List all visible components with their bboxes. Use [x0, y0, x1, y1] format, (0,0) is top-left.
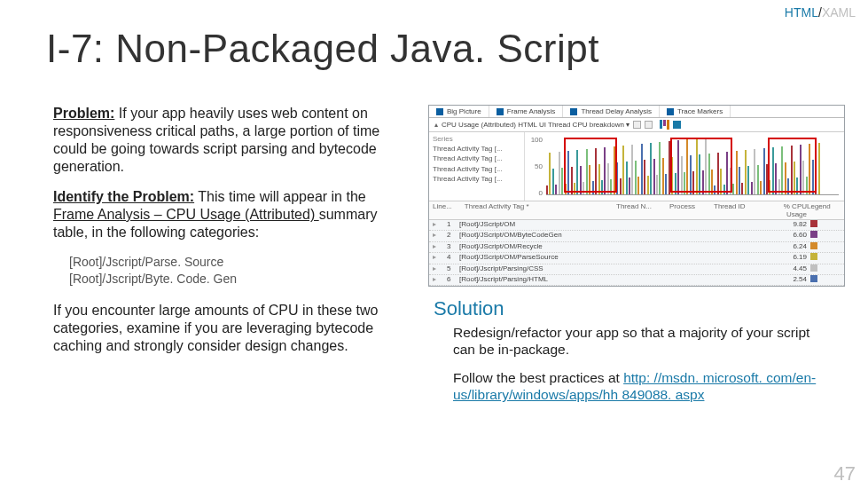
- table-row: ▸4[Root]/JScript/OM/ParseSource6.19: [429, 253, 844, 264]
- table-row: ▸1[Root]/JScript/OM9.82: [429, 220, 844, 231]
- identify-link: Frame Analysis – CPU Usage (Attributed): [53, 207, 319, 222]
- profiler-tab: Frame Analysis: [489, 106, 564, 117]
- y-tick: 100: [527, 136, 543, 144]
- tab-icon: [667, 108, 674, 115]
- table-row: ▸5[Root]/Jscript/Parsing/CSS4.45: [429, 264, 844, 275]
- summary-table: Line... Thread Activity Tag * Thread N..…: [429, 201, 844, 286]
- platform-badge: HTML/XAML: [785, 5, 856, 20]
- right-column: Big Picture Frame Analysis Thread Delay …: [428, 105, 856, 480]
- pane-title: CPU Usage (Attributed) HTML UI Thread CP…: [442, 121, 629, 129]
- problem-para: Problem: If your app heavily uses web co…: [53, 105, 403, 176]
- table-row: ▸2[Root]/JScript/OM/ByteCodeGen6.60: [429, 231, 844, 241]
- tab-label: Thread Delay Analysis: [581, 107, 652, 115]
- tab-icon: [570, 108, 577, 115]
- badge-html: HTML: [785, 5, 818, 20]
- toolbar-button: [673, 121, 681, 129]
- left-column: Problem: If your app heavily uses web co…: [53, 105, 403, 480]
- th: Thread N...: [616, 202, 669, 218]
- th: Thread Activity Tag *: [465, 202, 616, 218]
- profiler-tab: Big Picture: [429, 106, 489, 117]
- profiler-tab: Trace Markers: [660, 106, 731, 117]
- y-tick: 50: [527, 162, 543, 170]
- badge-xaml: XAML: [822, 5, 856, 20]
- table-row: ▸6[Root]/Jscript/Parsing/HTML2.54: [429, 275, 844, 286]
- identify-para: Identify the Problem: This time will app…: [53, 188, 403, 241]
- encounter-para: If you encounter large amounts of CPU in…: [53, 302, 403, 355]
- category-item: [Root]/Jscript/Parse. Source: [69, 254, 403, 271]
- identify-pre: This time will appear in the: [194, 189, 366, 204]
- table-body: ▸1[Root]/JScript/OM9.82▸2[Root]/JScript/…: [429, 220, 844, 286]
- table-row: ▸3[Root]/JScript/OM/Recycle6.24: [429, 242, 844, 253]
- toolbar-button: [633, 121, 641, 129]
- series-name: Thread Activity Tag [...: [433, 174, 520, 184]
- solution-heading: Solution: [434, 297, 856, 320]
- th: Process: [669, 202, 714, 218]
- page-title: I-7: Non-Packaged Java. Script: [46, 27, 599, 71]
- category-item: [Root]/Jscript/Byte. Code. Gen: [69, 271, 403, 288]
- series-name: Thread Activity Tag [...: [433, 144, 520, 154]
- th: Thread ID: [714, 202, 762, 218]
- tab-label: Big Picture: [447, 107, 481, 115]
- th: Line...: [433, 202, 452, 218]
- collapse-icon: ▴: [434, 121, 438, 129]
- solution-section: Solution Redesign/refactor your app so t…: [428, 297, 856, 414]
- chart-type-icon: [660, 120, 669, 130]
- solution-p2-pre: Follow the best practices at: [453, 370, 623, 385]
- tab-icon: [436, 108, 443, 115]
- solution-p2: Follow the best practices at http: //msd…: [453, 369, 817, 404]
- th: [452, 202, 465, 218]
- profiler-tabbar: Big Picture Frame Analysis Thread Delay …: [429, 106, 844, 118]
- y-tick: 0: [527, 189, 543, 197]
- profiler-tab: Thread Delay Analysis: [563, 106, 660, 117]
- series-names: Series Thread Activity Tag [... Thread A…: [429, 132, 525, 201]
- th: Legend: [807, 202, 841, 218]
- profiler-screenshot: Big Picture Frame Analysis Thread Delay …: [428, 105, 845, 287]
- problem-label: Problem:: [53, 106, 114, 121]
- solution-p1: Redesign/refactor your app so that a maj…: [453, 324, 817, 359]
- chart-area: Series Thread Activity Tag [... Thread A…: [429, 132, 844, 201]
- tab-icon: [497, 108, 504, 115]
- tab-label: Frame Analysis: [507, 107, 556, 115]
- category-list: [Root]/Jscript/Parse. Source [Root]/Jscr…: [69, 254, 403, 288]
- series-name: Thread Activity Tag [...: [433, 164, 520, 174]
- th: % CPU Usage: [762, 202, 807, 218]
- identify-label: Identify the Problem:: [53, 189, 194, 204]
- series-name: Thread Activity Tag [...: [433, 154, 520, 163]
- tab-label: Trace Markers: [677, 107, 723, 115]
- y-axis: 100 50 0: [525, 132, 544, 201]
- page-number: 47: [834, 462, 856, 485]
- table-header: Line... Thread Activity Tag * Thread N..…: [429, 201, 844, 220]
- bars-plot: [546, 136, 839, 195]
- pane-header: ▴ CPU Usage (Attributed) HTML UI Thread …: [429, 118, 844, 132]
- toolbar-button: [645, 121, 653, 129]
- axis-label: Series: [433, 134, 520, 144]
